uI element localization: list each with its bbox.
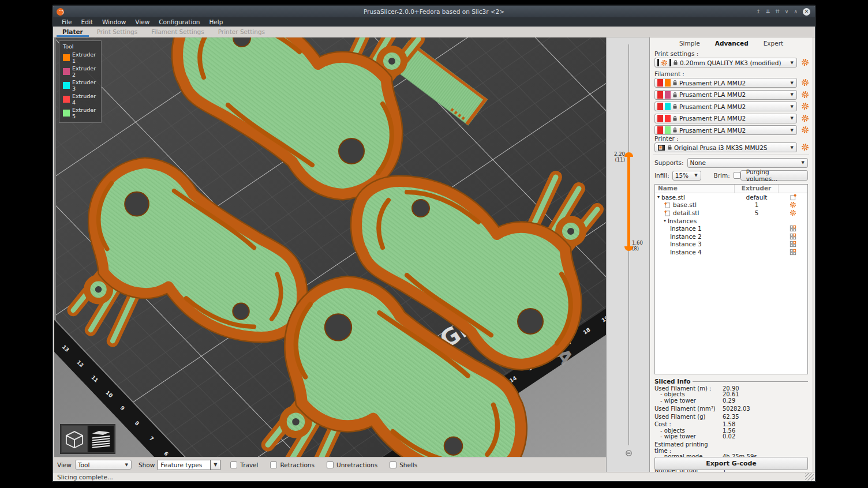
mode-tab-advanced[interactable]: Advanced bbox=[715, 40, 749, 47]
object-name-cell: Instance 2 bbox=[655, 233, 735, 240]
filament-color-swatch bbox=[657, 115, 663, 122]
settings-panel: SimpleAdvancedExpert Print settings : 0.… bbox=[650, 37, 813, 472]
one-layer-lock-icon[interactable] bbox=[625, 449, 633, 457]
infill-combo[interactable]: 15% ▼ bbox=[672, 171, 701, 181]
menu-window[interactable]: Window bbox=[98, 18, 130, 26]
object-list-row[interactable]: Instance 3 bbox=[655, 241, 807, 249]
sliced-info-value: 0.29 bbox=[723, 398, 735, 404]
prusaslicer-logo-icon bbox=[57, 8, 64, 16]
gear-icon[interactable] bbox=[790, 201, 796, 208]
object-settings-icon[interactable] bbox=[790, 194, 796, 201]
tab-plater[interactable]: Plater bbox=[57, 27, 89, 37]
filament-combo-3[interactable]: Prusament PLA MMU2▼ bbox=[654, 102, 797, 111]
instances-icon[interactable] bbox=[790, 249, 796, 256]
layers-icon bbox=[89, 429, 113, 449]
menu-configuration[interactable]: Configuration bbox=[155, 18, 204, 26]
retractions-checkbox[interactable] bbox=[270, 461, 277, 468]
add-part-icon bbox=[664, 209, 671, 216]
tab-filament-settings[interactable]: Filament Settings bbox=[145, 27, 209, 37]
shells-checkbox[interactable] bbox=[390, 461, 396, 468]
app-window: PrusaSlicer-2.0.0+Fedora based on Slic3r… bbox=[52, 5, 816, 482]
plater-3d-viewport[interactable]: 131211109876 8910111213141516171819 GINA… bbox=[54, 37, 606, 457]
resize-grip[interactable] bbox=[805, 473, 814, 481]
mode-tabs: SimpleAdvancedExpert bbox=[650, 40, 813, 47]
menu-file[interactable]: File bbox=[58, 18, 76, 26]
layers-view-button[interactable] bbox=[88, 426, 114, 452]
lower-layer-number: (8) bbox=[632, 246, 643, 252]
filament-combo-4[interactable]: Prusament PLA MMU2▼ bbox=[654, 114, 797, 123]
layer-slider-upper-handle[interactable] bbox=[624, 152, 633, 157]
legend-row: Extruder 2 bbox=[63, 65, 98, 78]
window-control-button[interactable]: ∨ bbox=[785, 9, 789, 14]
travel-checkbox[interactable] bbox=[230, 461, 237, 468]
tab-printer-settings[interactable]: Printer Settings bbox=[212, 27, 271, 37]
menu-edit[interactable]: Edit bbox=[77, 18, 97, 26]
tab-print-settings[interactable]: Print Settings bbox=[91, 27, 144, 37]
export-gcode-button[interactable]: Export G-code bbox=[654, 457, 808, 470]
panel-scrollbar[interactable] bbox=[813, 37, 815, 472]
filament-preset-row: Prusament PLA MMU2▼ bbox=[654, 102, 797, 111]
mode-tab-expert[interactable]: Expert bbox=[764, 40, 783, 47]
menu-help[interactable]: Help bbox=[205, 18, 227, 26]
mode-tab-simple[interactable]: Simple bbox=[679, 40, 700, 47]
view-combo[interactable]: Tool ▼ bbox=[75, 460, 132, 470]
feature-types-combo[interactable]: Feature types bbox=[158, 460, 211, 470]
print-preset-value: 0.20mm QUALITY MK3 (modified) bbox=[680, 59, 781, 66]
object-list-row[interactable]: Instance 1 bbox=[655, 224, 807, 232]
preset-bar-icon bbox=[657, 59, 659, 66]
expander-icon[interactable]: ▾ bbox=[664, 218, 666, 223]
supports-combo[interactable]: None ▼ bbox=[687, 158, 808, 168]
layer-slider: 2.20 (11) 1.60 (8) bbox=[606, 37, 650, 472]
expander-icon[interactable]: ▾ bbox=[657, 194, 660, 200]
object-list-row[interactable]: ▾base.stldefault bbox=[655, 193, 807, 201]
supports-value: None bbox=[690, 159, 706, 166]
filament-gear-button[interactable] bbox=[801, 126, 809, 134]
filament-gear-button[interactable] bbox=[801, 91, 809, 99]
filament-combo-2[interactable]: Prusament PLA MMU2▼ bbox=[654, 90, 797, 100]
print-settings-gear-button[interactable] bbox=[801, 58, 809, 66]
sliced-info-label: Used Filament (g) bbox=[654, 414, 723, 420]
filament-gear-button[interactable] bbox=[801, 78, 809, 87]
unretractions-checkbox[interactable] bbox=[327, 461, 334, 468]
sliced-info-label: - wipe tower bbox=[654, 434, 723, 440]
window-control-button[interactable]: ∧ bbox=[794, 9, 798, 14]
window-control-button[interactable]: ⇊ bbox=[766, 9, 770, 14]
sliced-info-row: Used Filament (g)62.35 bbox=[654, 414, 808, 420]
instances-icon[interactable] bbox=[790, 241, 796, 247]
instances-icon[interactable] bbox=[790, 225, 796, 232]
filament-gear-button[interactable] bbox=[801, 114, 809, 122]
sliced-info-value: 50282.03 bbox=[723, 406, 750, 412]
sliced-info-title: Sliced Info bbox=[654, 378, 690, 385]
filament-combo-5[interactable]: Prusament PLA MMU2▼ bbox=[654, 125, 797, 135]
object-name-cell: base.stl bbox=[655, 201, 735, 208]
instances-icon[interactable] bbox=[790, 233, 796, 240]
window-control-button[interactable]: ⇈ bbox=[775, 9, 780, 14]
window-title: PrusaSlicer-2.0.0+Fedora based on Slic3r… bbox=[53, 8, 815, 15]
window-control-button[interactable]: ↥ bbox=[756, 9, 761, 14]
object-list-row[interactable]: ▾Instances bbox=[655, 217, 807, 225]
object-list-row[interactable]: detail.stl5 bbox=[655, 209, 807, 217]
printer-gear-button[interactable] bbox=[801, 143, 809, 151]
chevron-down-icon: ▼ bbox=[802, 160, 805, 165]
feature-types-dropdown-button[interactable]: ▼ bbox=[211, 460, 220, 470]
cube-icon bbox=[63, 429, 86, 449]
bed-scene: 131211109876 8910111213141516171819 GINA… bbox=[54, 37, 606, 457]
brim-checkbox[interactable] bbox=[734, 172, 740, 179]
chevron-down-icon: ▼ bbox=[125, 463, 128, 467]
object-list-row[interactable]: Instance 4 bbox=[655, 248, 807, 256]
3d-view-button[interactable] bbox=[62, 426, 87, 452]
print-settings-combo[interactable]: 0.20mm QUALITY MK3 (modified) ▼ bbox=[654, 58, 797, 67]
menu-view[interactable]: View bbox=[131, 18, 154, 26]
purging-volumes-button[interactable]: Purging volumes... bbox=[740, 170, 808, 181]
close-button[interactable]: ✕ bbox=[803, 8, 810, 16]
object-list-row[interactable]: base.stl1 bbox=[655, 201, 807, 209]
filament-gear-button[interactable] bbox=[801, 102, 809, 110]
printer-combo[interactable]: Original Prusa i3 MK3S MMU2S ▼ bbox=[654, 142, 797, 152]
status-text: Slicing complete... bbox=[57, 474, 113, 481]
sliced-info-rule bbox=[693, 381, 808, 382]
object-list-row[interactable]: Instance 2 bbox=[655, 232, 807, 241]
filament-combo-1[interactable]: Prusament PLA MMU2▼ bbox=[654, 78, 797, 88]
title-bar[interactable]: PrusaSlicer-2.0.0+Fedora based on Slic3r… bbox=[53, 6, 815, 17]
show-option-unretractions: Unretractions bbox=[324, 461, 377, 468]
gear-icon[interactable] bbox=[790, 209, 796, 216]
